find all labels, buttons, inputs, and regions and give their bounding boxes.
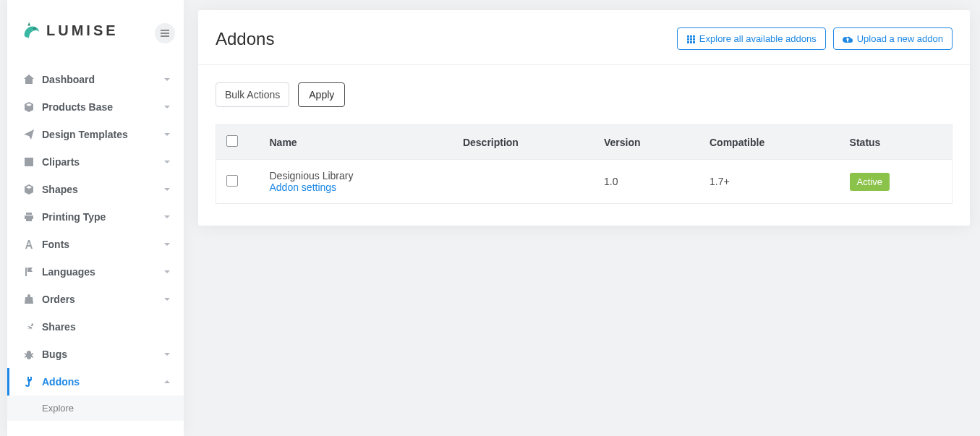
bulk-toolbar: Bulk Actions Apply	[198, 65, 970, 124]
share-icon	[23, 321, 42, 333]
sidebar-item-label: Shapes	[42, 184, 163, 195]
logo[interactable]: LUMISE	[20, 20, 119, 42]
addons-table: Name Description Version Compatible Stat…	[216, 124, 953, 204]
cloud-upload-icon	[843, 35, 853, 43]
header-actions: Explore all available addons Upload a ne…	[677, 27, 953, 50]
sidebar-item-label: Products Base	[42, 101, 163, 113]
sidebar-header: LUMISE	[7, 0, 184, 61]
bag-icon	[23, 294, 42, 305]
select-all-checkbox[interactable]	[226, 135, 238, 147]
cell-status: Active	[840, 160, 953, 204]
sidebar-item-addons[interactable]: Addons	[7, 368, 184, 396]
sidebar-item-shares[interactable]: Shares	[7, 313, 184, 341]
flag-icon	[23, 266, 42, 278]
plug-icon	[23, 376, 42, 388]
sidebar-item-label: Dashboard	[42, 74, 163, 85]
chevron-down-icon	[163, 129, 171, 140]
page-title: Addons	[216, 29, 677, 49]
sidebar-item-label: Fonts	[42, 239, 163, 250]
sidebar: LUMISE Dashboard Products Base Design Te…	[7, 0, 184, 436]
row-checkbox-cell	[216, 160, 260, 204]
grid-icon	[686, 35, 695, 43]
chevron-down-icon	[163, 349, 171, 360]
header-description: Description	[453, 125, 594, 160]
cell-compatible: 1.7+	[699, 160, 840, 204]
image-icon	[23, 156, 42, 168]
sidebar-item-dashboard[interactable]: Dashboard	[7, 66, 184, 93]
sidebar-toggle[interactable]	[155, 23, 175, 43]
cell-description	[453, 160, 594, 204]
chevron-down-icon	[163, 74, 171, 85]
sidebar-item-products-base[interactable]: Products Base	[7, 93, 184, 121]
sidebar-item-shapes[interactable]: Shapes	[7, 176, 184, 203]
button-label: Upload a new addon	[857, 33, 943, 44]
sidebar-item-label: Cliparts	[42, 156, 163, 168]
explore-addons-button[interactable]: Explore all available addons	[677, 27, 826, 50]
menu-icon	[161, 27, 169, 39]
chevron-down-icon	[163, 101, 171, 113]
sidebar-item-label: Design Templates	[42, 129, 163, 140]
chevron-down-icon	[163, 266, 171, 278]
header-status: Status	[840, 125, 953, 160]
sidebar-item-label: Shares	[42, 321, 171, 333]
chevron-up-icon	[163, 376, 171, 388]
sidebar-item-fonts[interactable]: Fonts	[7, 231, 184, 258]
chevron-down-icon	[163, 294, 171, 305]
logo-text: LUMISE	[46, 22, 119, 39]
paper-plane-icon	[23, 129, 42, 140]
upload-addon-button[interactable]: Upload a new addon	[833, 27, 953, 50]
chevron-down-icon	[163, 239, 171, 250]
table-row: Designious Library Addon settings 1.0 1.…	[216, 160, 953, 204]
addon-name: Designious Library	[270, 170, 443, 181]
sidebar-item-orders[interactable]: Orders	[7, 286, 184, 313]
cube-icon	[23, 101, 42, 113]
table-header-row: Name Description Version Compatible Stat…	[216, 125, 953, 160]
sidebar-subitem-label: Explore	[42, 403, 74, 414]
sidebar-item-label: Languages	[42, 266, 163, 278]
logo-icon	[20, 20, 42, 42]
row-checkbox[interactable]	[226, 175, 238, 187]
sidebar-item-label: Bugs	[42, 349, 163, 360]
select-label: Bulk Actions	[225, 89, 280, 101]
bug-icon	[23, 349, 42, 360]
button-label: Explore all available addons	[699, 33, 817, 44]
printer-icon	[23, 211, 42, 223]
sidebar-item-bugs[interactable]: Bugs	[7, 341, 184, 368]
sidebar-item-printing-type[interactable]: Printing Type	[7, 203, 184, 231]
sidebar-item-label: Orders	[42, 294, 163, 305]
sidebar-item-languages[interactable]: Languages	[7, 258, 184, 286]
addon-settings-link[interactable]: Addon settings	[270, 181, 443, 193]
header-checkbox-cell	[216, 125, 260, 160]
sidebar-item-design-templates[interactable]: Design Templates	[7, 121, 184, 148]
bulk-actions-select[interactable]: Bulk Actions	[216, 82, 289, 107]
header-version: Version	[594, 125, 699, 160]
sidebar-item-label: Printing Type	[42, 211, 163, 223]
sidebar-nav: Dashboard Products Base Design Templates…	[7, 61, 184, 421]
svg-point-0	[33, 27, 36, 30]
apply-button[interactable]: Apply	[298, 82, 345, 107]
chevron-down-icon	[163, 156, 171, 168]
sidebar-item-cliparts[interactable]: Cliparts	[7, 148, 184, 176]
chevron-down-icon	[163, 184, 171, 195]
header-name: Name	[260, 125, 453, 160]
cube-icon	[23, 184, 42, 195]
sidebar-subitem-explore[interactable]: Explore	[7, 396, 184, 421]
cell-version: 1.0	[594, 160, 699, 204]
cell-name: Designious Library Addon settings	[260, 160, 453, 204]
chevron-down-icon	[163, 211, 171, 223]
main-panel: Addons Explore all available addons Uplo…	[198, 10, 970, 226]
sidebar-item-label: Addons	[42, 376, 163, 388]
page-header: Addons Explore all available addons Uplo…	[198, 10, 970, 65]
home-icon	[23, 74, 42, 85]
header-compatible: Compatible	[699, 125, 840, 160]
font-icon	[23, 239, 42, 250]
status-badge: Active	[850, 173, 890, 191]
